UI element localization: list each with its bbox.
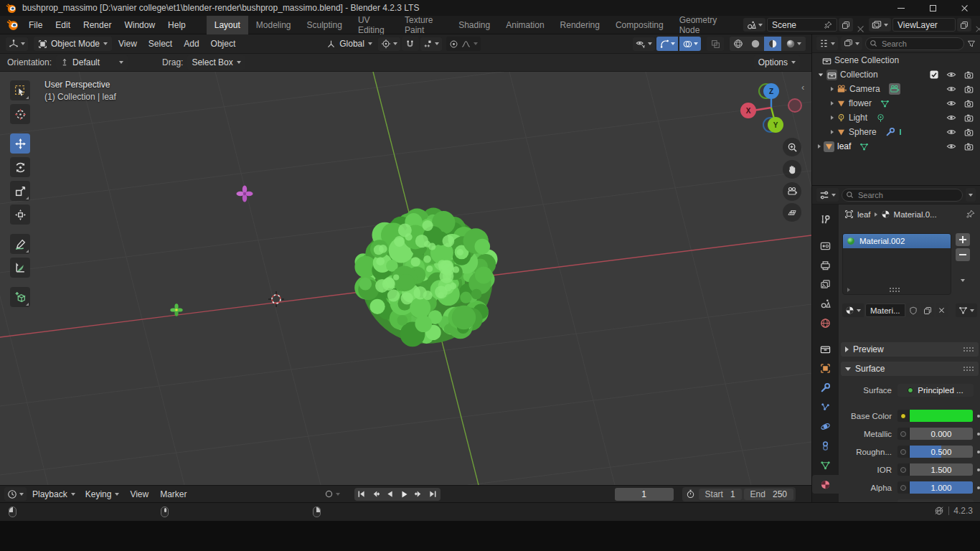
viewport-menu-add[interactable]: Add: [179, 39, 204, 49]
tool-move[interactable]: [10, 133, 30, 154]
roughness-slider[interactable]: 0.500: [910, 446, 973, 458]
menu-window[interactable]: Window: [118, 16, 161, 34]
tab-layout[interactable]: Layout: [207, 16, 248, 34]
outliner-row-collection[interactable]: Collection: [812, 67, 980, 82]
alpha-slider[interactable]: 1.000: [910, 481, 973, 494]
remove-slot-button[interactable]: [956, 248, 970, 261]
properties-editor-type-button[interactable]: [816, 188, 839, 202]
properties-search[interactable]: [842, 189, 963, 202]
viewlayer-browse-button[interactable]: [869, 18, 891, 32]
expand-icon[interactable]: [818, 144, 821, 149]
render-camera-icon[interactable]: [964, 113, 974, 123]
animate-dot[interactable]: [977, 486, 980, 489]
auto-key-record-icon[interactable]: [324, 489, 334, 499]
expand-icon[interactable]: [831, 87, 834, 91]
surface-shader-dropdown[interactable]: Principled ...: [897, 384, 974, 397]
ior-slider[interactable]: 1.500: [910, 463, 973, 476]
editor-type-button[interactable]: [6, 37, 28, 51]
prop-tab-scene[interactable]: [812, 294, 839, 313]
outliner-display-mode-button[interactable]: [841, 37, 862, 50]
pin-icon[interactable]: [824, 21, 832, 29]
breadcrumb-material[interactable]: Material.0...: [894, 210, 937, 219]
prop-tab-constraints[interactable]: [812, 436, 839, 455]
tab-rendering[interactable]: Rendering: [552, 16, 608, 34]
base-color-socket[interactable]: [897, 410, 910, 422]
viewport-menu-view[interactable]: View: [113, 39, 142, 49]
menu-help[interactable]: Help: [161, 16, 192, 34]
prop-tab-physics[interactable]: [812, 417, 839, 435]
orientation-dropdown[interactable]: Default: [56, 55, 128, 70]
eye-icon[interactable]: [946, 70, 956, 80]
pin-icon[interactable]: [966, 209, 975, 219]
jump-to-end-button[interactable]: [426, 488, 440, 501]
tab-sculpting[interactable]: Sculpting: [299, 16, 350, 34]
start-frame-field[interactable]: Start1: [699, 489, 742, 500]
maximize-button[interactable]: [917, 0, 948, 16]
scene-new-copy-button[interactable]: [839, 18, 853, 32]
network-offline-icon[interactable]: [934, 506, 944, 516]
breadcrumb-object[interactable]: leaf: [857, 210, 871, 219]
mesh-data-icon[interactable]: [880, 99, 890, 108]
eye-icon[interactable]: [946, 127, 956, 137]
snap-settings-dropdown[interactable]: [420, 37, 442, 51]
tab-animation[interactable]: Animation: [498, 16, 552, 34]
tool-select-box[interactable]: [10, 80, 30, 100]
options-dropdown[interactable]: Options: [754, 55, 800, 70]
collapse-panel-arrow[interactable]: ‹: [801, 82, 804, 93]
material-name-field[interactable]: Materi...: [865, 303, 905, 317]
render-camera-icon[interactable]: [964, 142, 974, 151]
filter-icon[interactable]: [967, 39, 976, 48]
shading-material-button[interactable]: [764, 37, 781, 51]
drag-dropdown[interactable]: Select Box: [187, 55, 245, 70]
scene-name-field[interactable]: Scene: [767, 18, 837, 32]
light-data-icon[interactable]: [876, 113, 885, 123]
camera-view-button[interactable]: [783, 182, 801, 201]
transform-orientation-dropdown[interactable]: Global: [322, 37, 377, 51]
prop-tab-modifiers[interactable]: [812, 378, 839, 397]
overlays-toggle[interactable]: [679, 37, 701, 51]
tool-cursor[interactable]: [10, 104, 30, 124]
outliner-row-light[interactable]: Light: [812, 110, 980, 125]
jump-to-start-button[interactable]: [354, 488, 369, 501]
tab-geometry-node[interactable]: Geometry Node: [672, 16, 733, 34]
viewport-3d[interactable]: User Perspective (1) Collection | leaf: [0, 72, 811, 485]
surface-panel-header[interactable]: Surface: [841, 362, 979, 376]
menu-file[interactable]: File: [22, 16, 49, 34]
viewlayer-copy-button[interactable]: [957, 18, 971, 32]
slot-expand-icon[interactable]: [847, 288, 850, 292]
properties-options-button[interactable]: [966, 188, 976, 202]
timeline-view-menu[interactable]: View: [125, 489, 154, 499]
metallic-socket[interactable]: [897, 428, 910, 440]
pan-hand-button[interactable]: [783, 160, 801, 179]
slot-grip[interactable]: [889, 287, 900, 293]
tool-measure[interactable]: [10, 258, 30, 278]
viewport-canvas[interactable]: [0, 72, 811, 485]
prop-tab-tool[interactable]: [812, 210, 839, 229]
viewlayer-name-field[interactable]: ViewLayer: [892, 18, 956, 32]
close-button[interactable]: [948, 0, 980, 16]
show-object-types-dropdown[interactable]: [633, 37, 655, 51]
prop-tab-render[interactable]: [812, 236, 839, 255]
snap-toggle[interactable]: [402, 37, 419, 51]
expand-icon[interactable]: [819, 73, 823, 76]
timeline-editor-type-button[interactable]: [4, 487, 27, 501]
outliner-row-flower[interactable]: flower: [812, 96, 980, 110]
expand-icon[interactable]: [831, 116, 834, 120]
tab-compositing[interactable]: Compositing: [608, 16, 672, 34]
render-camera-icon[interactable]: [964, 70, 974, 80]
axis-neg-x-ball[interactable]: [788, 99, 801, 112]
base-color-swatch[interactable]: [910, 410, 973, 422]
tab-shading[interactable]: Shading: [451, 16, 498, 34]
roughness-socket[interactable]: [897, 446, 910, 458]
viewport-menu-select[interactable]: Select: [143, 39, 177, 49]
shading-wireframe-button[interactable]: [730, 37, 747, 51]
eye-icon[interactable]: [946, 98, 956, 108]
add-slot-button[interactable]: [956, 233, 970, 246]
fake-user-button[interactable]: [907, 303, 920, 317]
outliner-row-scene-collection[interactable]: Scene Collection: [812, 53, 980, 67]
outliner-search[interactable]: [865, 37, 964, 50]
animate-dot[interactable]: [977, 433, 980, 435]
tab-uv-editing[interactable]: UV Editing: [350, 16, 397, 34]
new-material-button[interactable]: [921, 303, 934, 317]
metallic-slider[interactable]: 0.000: [910, 428, 973, 440]
